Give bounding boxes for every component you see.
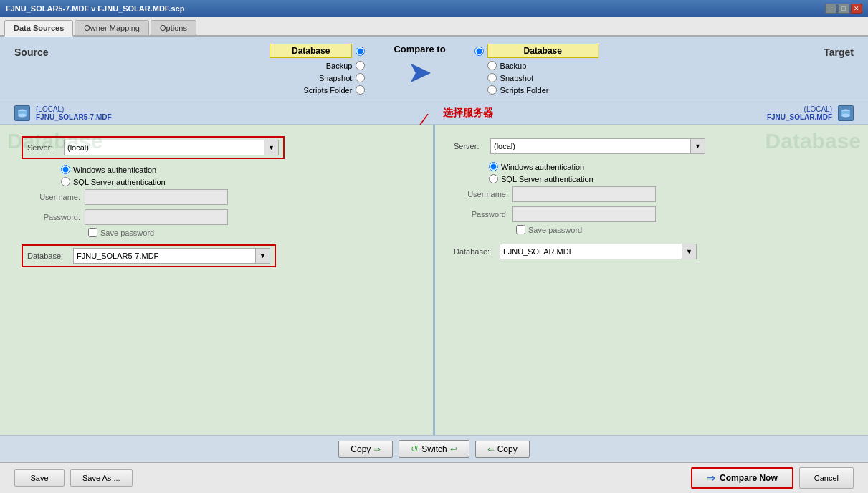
right-username-input[interactable] — [512, 186, 656, 202]
left-database-dropdown[interactable]: ▼ — [256, 248, 270, 264]
right-sql-auth-radio[interactable] — [489, 174, 498, 183]
left-sql-auth-label: SQL Server authentication — [73, 178, 166, 186]
left-save-password-row: Save password — [88, 228, 419, 237]
copy-right-label: Copy — [497, 444, 518, 454]
right-password-input[interactable] — [512, 206, 656, 222]
cancel-button[interactable]: Cancel — [799, 467, 854, 489]
left-windows-auth-label: Windows authentication — [73, 166, 156, 174]
target-backup-label: Backup — [500, 62, 527, 70]
source-backup-option[interactable]: Backup — [326, 61, 366, 70]
copy-right-button[interactable]: ⇐ Copy — [475, 441, 530, 458]
switch-arrow: ↩ — [450, 444, 457, 454]
right-windows-auth[interactable]: Windows authentication — [489, 162, 846, 171]
left-sql-auth-radio[interactable] — [61, 177, 70, 186]
right-password-row: Password: — [457, 206, 846, 222]
left-server-red-box: Server: ▼ — [22, 136, 285, 159]
right-username-row: User name: — [457, 186, 846, 202]
right-windows-auth-label: Windows authentication — [501, 163, 584, 171]
left-save-password-checkbox[interactable] — [88, 228, 97, 237]
source-database-radio[interactable] — [356, 47, 365, 56]
compare-to-label: Compare to — [394, 44, 445, 54]
arrow-icon: ➤ — [407, 57, 432, 87]
left-server-dropdown[interactable]: ▼ — [264, 140, 279, 155]
tab-bar: Data Sources Owner Mapping Options — [0, 17, 868, 37]
tab-options[interactable]: Options — [151, 20, 196, 35]
target-scripts-radio[interactable] — [487, 85, 497, 95]
source-scripts-label: Scripts Folder — [304, 86, 353, 95]
copy-left-button[interactable]: Copy ⇒ — [338, 441, 393, 458]
source-db-btn: Database — [270, 44, 352, 58]
tab-data-sources[interactable]: Data Sources — [4, 20, 73, 37]
right-panel: Database Server: ▼ Windows a — [435, 125, 868, 435]
left-sql-auth[interactable]: SQL Server authentication — [61, 177, 419, 186]
left-database-label: Database: — [27, 252, 69, 260]
source-backup-radio[interactable] — [356, 61, 365, 70]
target-snapshot-radio[interactable] — [487, 73, 497, 82]
source-snapshot-option[interactable]: Snapshot — [319, 73, 365, 82]
right-server-input[interactable] — [490, 138, 691, 154]
server-bar: (LOCAL) FJNU_SOLAR5-7.MDF 选择服务器 (LOCAL) … — [0, 102, 868, 125]
left-windows-auth[interactable]: Windows authentication — [61, 165, 419, 174]
right-database-input[interactable] — [500, 244, 682, 259]
source-label: Source — [14, 47, 48, 58]
right-sql-auth-label: SQL Server authentication — [501, 175, 593, 183]
left-server-input[interactable] — [64, 140, 264, 155]
minimize-button[interactable]: ─ — [825, 4, 836, 14]
source-server-text: (LOCAL) FJNU_SOLAR5-7.MDF — [36, 105, 112, 121]
target-type-group: Database Backup Snapshot Scripts Folder — [474, 44, 598, 95]
switch-label: Switch — [421, 444, 447, 454]
left-server-input-wrap: ▼ — [64, 140, 279, 155]
target-label: Target — [824, 47, 854, 58]
left-database-input[interactable] — [73, 248, 256, 264]
left-database-red-box: Database: ▼ — [22, 244, 276, 267]
target-snapshot-option[interactable]: Snapshot — [487, 73, 533, 82]
left-database-row: Database: ▼ — [22, 244, 419, 267]
tab-owner-mapping[interactable]: Owner Mapping — [75, 20, 149, 35]
compare-now-button[interactable]: ⇒ Compare Now — [691, 467, 793, 489]
svg-point-2 — [18, 114, 27, 118]
right-auth-group: Windows authentication SQL Server authen… — [489, 162, 846, 183]
target-server-text: (LOCAL) FJNU_SOLAR.MDF — [767, 105, 832, 121]
target-db-btn: Database — [487, 44, 598, 58]
right-database-input-wrap: ▼ — [500, 244, 697, 259]
right-database-dropdown[interactable]: ▼ — [682, 244, 697, 259]
main-window: Data Sources Owner Mapping Options Sourc… — [0, 17, 868, 493]
right-server-dropdown[interactable]: ▼ — [691, 138, 705, 154]
target-backup-radio[interactable] — [487, 61, 497, 70]
left-server-row: Server: ▼ — [22, 136, 419, 159]
maximize-button[interactable]: □ — [838, 4, 849, 14]
left-password-row: Password: — [29, 209, 419, 225]
left-username-label: User name: — [29, 193, 80, 201]
right-database-label: Database: — [454, 247, 495, 256]
save-as-button[interactable]: Save As ... — [70, 469, 133, 487]
source-database-option[interactable]: Database — [270, 44, 365, 58]
right-windows-auth-radio[interactable] — [489, 162, 498, 171]
source-scripts-option[interactable]: Scripts Folder — [304, 85, 366, 95]
source-scripts-radio[interactable] — [356, 85, 365, 95]
left-password-input[interactable] — [85, 209, 228, 225]
close-button[interactable]: ✕ — [851, 4, 862, 14]
right-save-password-label: Save password — [528, 226, 582, 234]
target-server-db: FJNU_SOLAR.MDF — [767, 113, 832, 121]
annotation-select-server: 选择服务器 — [443, 107, 493, 120]
switch-icon: ↺ — [411, 444, 419, 454]
source-snapshot-radio[interactable] — [356, 73, 365, 82]
switch-button[interactable]: ↺ Switch ↩ — [399, 440, 469, 458]
footer-left: Save Save As ... — [14, 469, 133, 487]
right-sql-auth[interactable]: SQL Server authentication — [489, 174, 846, 183]
target-database-radio[interactable] — [474, 47, 484, 56]
left-username-row: User name: — [29, 189, 419, 205]
right-database-row: Database: ▼ — [449, 241, 846, 262]
panels-container: Database Server: ▼ Windows a — [0, 125, 868, 435]
target-database-option[interactable]: Database — [474, 44, 598, 58]
left-windows-auth-radio[interactable] — [61, 165, 70, 174]
window-controls: ─ □ ✕ — [825, 4, 862, 14]
right-save-password-checkbox[interactable] — [516, 225, 525, 234]
target-scripts-option[interactable]: Scripts Folder — [487, 85, 549, 95]
left-username-input[interactable] — [85, 189, 228, 205]
save-button[interactable]: Save — [14, 469, 65, 487]
source-backup-label: Backup — [326, 62, 353, 70]
target-backup-option[interactable]: Backup — [487, 61, 527, 70]
target-db-icon — [838, 105, 854, 121]
title-text: FJNU_SOLAR5-7.MDF v FJNU_SOLAR.MDF.scp — [6, 4, 184, 13]
